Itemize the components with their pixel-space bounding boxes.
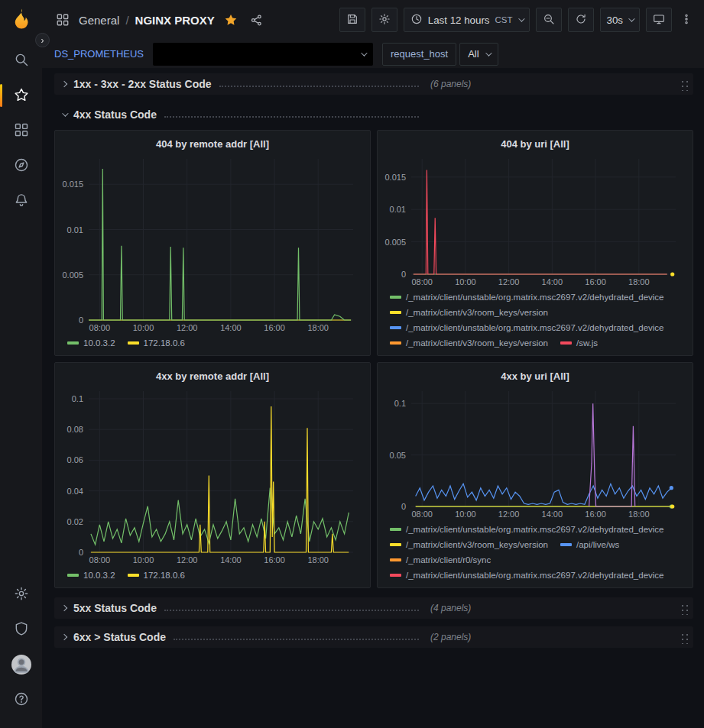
- kebab-menu-button[interactable]: [678, 8, 695, 32]
- timeseries-chart[interactable]: 08:0010:0012:0014:0016:0018:0000.050.1: [384, 386, 686, 519]
- row-header-6xx[interactable]: 6xx > Status Code (2 panels): [54, 626, 693, 648]
- series-label: /_matrix/client/unstable/org.matrix.msc2…: [406, 568, 664, 583]
- refresh-button[interactable]: [568, 8, 594, 32]
- legend-item[interactable]: /_matrix/client/unstable/org.matrix.msc2…: [390, 290, 664, 305]
- series-label: /_matrix/client/r0/sync: [406, 552, 491, 568]
- svg-text:12:00: 12:00: [498, 277, 520, 286]
- svg-text:0.08: 0.08: [67, 425, 83, 434]
- row-header-4xx[interactable]: 4xx Status Code: [54, 104, 693, 125]
- series-label: /_matrix/client/v3/room_keys/version: [406, 537, 548, 552]
- sidebar-item-profile[interactable]: [0, 647, 42, 682]
- svg-text:08:00: 08:00: [89, 323, 111, 332]
- time-range-picker[interactable]: Last 12 hours CST: [404, 8, 530, 32]
- row-drag-handle[interactable]: [680, 78, 689, 91]
- svg-text:14:00: 14:00: [220, 555, 242, 565]
- chart-svg: 08:0010:0012:0014:0016:0018:0000.020.040…: [61, 386, 364, 565]
- svg-text:14:00: 14:00: [542, 277, 563, 286]
- row-header-1xx-3xx-2xx[interactable]: 1xx - 3xx - 2xx Status Code (6 panels): [54, 73, 693, 95]
- panel-title[interactable]: 404 by uri [All]: [384, 135, 686, 154]
- sidebar-expand-button[interactable]: ›: [35, 33, 50, 47]
- legend-item[interactable]: /api/live/ws: [560, 537, 619, 552]
- legend-item[interactable]: /_matrix/client/unstable/org.matrix.msc2…: [390, 568, 664, 583]
- cycle-view-button[interactable]: [646, 8, 672, 32]
- panel-title[interactable]: 4xx by uri [All]: [384, 367, 686, 386]
- favorite-star-icon[interactable]: [221, 10, 241, 30]
- series-color-swatch: [390, 574, 401, 577]
- sidebar-item-alerting[interactable]: [0, 183, 42, 218]
- legend-item[interactable]: /_matrix/client/v3/room_keys/version: [390, 537, 548, 552]
- chevron-right-icon: [61, 605, 67, 611]
- svg-text:18:00: 18:00: [307, 323, 329, 332]
- legend-item[interactable]: 172.18.0.6: [128, 335, 185, 351]
- sidebar-item-server-admin[interactable]: [0, 612, 42, 647]
- timeseries-chart[interactable]: 08:0010:0012:0014:0016:0018:0000.0050.01…: [384, 154, 686, 287]
- svg-text:16:00: 16:00: [264, 555, 285, 565]
- legend: /_matrix/client/unstable/org.matrix.msc2…: [384, 287, 686, 352]
- svg-text:0.015: 0.015: [62, 180, 83, 189]
- row-header-5xx[interactable]: 5xx Status Code (4 panels): [54, 597, 693, 619]
- star-icon: [14, 87, 29, 105]
- series-label: 172.18.0.6: [144, 568, 185, 583]
- zoom-out-button[interactable]: [536, 8, 562, 32]
- row-panel-count: (6 panels): [430, 79, 471, 89]
- dashboard-grid-icon[interactable]: [53, 10, 73, 30]
- panel-title[interactable]: 4xx by remote addr [All]: [61, 367, 364, 386]
- sidebar-bottom: [0, 577, 42, 717]
- legend-item[interactable]: /_matrix/client/v3/room_keys/version: [390, 305, 548, 320]
- timeseries-chart[interactable]: 08:0010:0012:0014:0016:0018:0000.020.040…: [61, 386, 364, 565]
- request-host-select[interactable]: All: [459, 43, 498, 66]
- share-icon[interactable]: [247, 10, 267, 30]
- legend-item[interactable]: /sw.js: [560, 335, 598, 351]
- legend-item[interactable]: 172.18.0.6: [128, 568, 185, 583]
- save-dashboard-button[interactable]: [339, 8, 365, 32]
- chevron-right-icon: [61, 81, 67, 87]
- legend-item[interactable]: 10.0.3.2: [67, 335, 115, 351]
- datasource-select[interactable]: [153, 43, 373, 66]
- timezone-label: CST: [495, 15, 513, 24]
- series-label: /_matrix/client/unstable/org.matrix.msc2…: [406, 320, 664, 335]
- panel-title[interactable]: 404 by remote addr [All]: [61, 135, 364, 154]
- refresh-icon: [575, 13, 587, 28]
- svg-text:0.04: 0.04: [67, 487, 83, 496]
- svg-text:0.02: 0.02: [67, 517, 83, 526]
- legend: /_matrix/client/unstable/org.matrix.msc2…: [384, 519, 686, 584]
- timeseries-chart[interactable]: 08:0010:0012:0014:0016:0018:0000.0050.01…: [61, 154, 364, 333]
- legend-item[interactable]: /_matrix/client/unstable/org.matrix.msc2…: [390, 522, 664, 537]
- sidebar-item-dashboards[interactable]: [0, 113, 42, 148]
- sidebar-item-settings[interactable]: [0, 577, 42, 612]
- svg-text:18:00: 18:00: [628, 510, 650, 519]
- legend-item[interactable]: /_matrix/client/unstable/org.matrix.msc2…: [390, 320, 664, 335]
- dashboard-settings-button[interactable]: [371, 8, 397, 32]
- chevron-down-icon: [628, 15, 634, 21]
- svg-text:0: 0: [79, 315, 83, 325]
- breadcrumb-separator: /: [125, 14, 128, 27]
- legend-item[interactable]: /_matrix/client/v3/room_keys/version: [390, 335, 548, 351]
- svg-text:0.01: 0.01: [390, 205, 406, 214]
- sidebar-item-starred[interactable]: [0, 78, 42, 113]
- sidebar-item-search[interactable]: [0, 43, 42, 78]
- chevron-down-icon: [485, 50, 492, 56]
- top-navbar: General / NGINX PROXY Last 12 hours: [42, 0, 704, 40]
- sidebar-item-explore[interactable]: [0, 148, 42, 183]
- row-drag-handle[interactable]: [680, 602, 689, 615]
- refresh-interval-dropdown[interactable]: 30s: [600, 8, 641, 32]
- breadcrumb-dashboard-title[interactable]: NGINX PROXY: [135, 14, 215, 27]
- series-color-swatch: [390, 311, 401, 314]
- help-icon: [14, 691, 29, 709]
- svg-text:0.1: 0.1: [394, 399, 406, 408]
- sidebar-item-help[interactable]: [0, 682, 42, 717]
- row-drag-handle[interactable]: [680, 631, 689, 644]
- breadcrumb-folder[interactable]: General: [79, 14, 119, 27]
- svg-text:16:00: 16:00: [264, 323, 285, 332]
- panel-0: 404 by remote addr [All]08:0010:0012:001…: [54, 130, 371, 356]
- grafana-logo[interactable]: [9, 8, 34, 32]
- series-label: /_matrix/client/unstable/org.matrix.msc2…: [406, 522, 664, 537]
- svg-text:0: 0: [401, 502, 406, 511]
- panel-2: 4xx by remote addr [All]08:0010:0012:001…: [54, 362, 371, 588]
- variable-label-ds-prometheus[interactable]: DS_PROMETHEUS: [54, 48, 144, 60]
- legend-item[interactable]: /_matrix/client/r0/sync: [390, 552, 491, 568]
- svg-text:16:00: 16:00: [585, 510, 606, 519]
- legend-item[interactable]: 10.0.3.2: [67, 568, 115, 583]
- panel-1: 404 by uri [All]08:0010:0012:0014:0016:0…: [377, 130, 693, 356]
- row-title: 1xx - 3xx - 2xx Status Code: [73, 78, 212, 90]
